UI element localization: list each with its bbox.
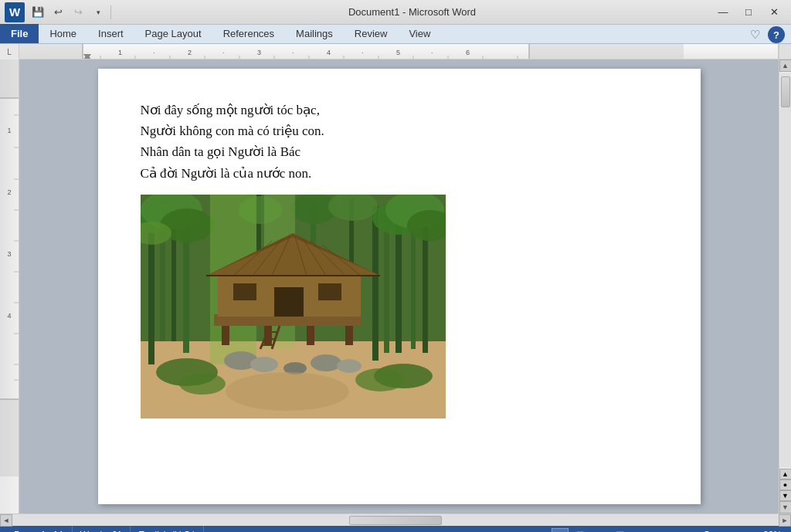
hscroll-thumb[interactable]	[349, 516, 442, 525]
tab-view[interactable]: View	[398, 24, 441, 43]
minimize-button[interactable]: —	[711, 3, 735, 22]
horizontal-scrollbar: ◄ ►	[0, 513, 791, 526]
web-layout-view-button[interactable]: ⊞	[592, 528, 609, 532]
svg-rect-2	[529, 44, 684, 59]
svg-rect-60	[372, 206, 379, 361]
svg-point-99	[337, 359, 362, 373]
svg-rect-82	[274, 287, 304, 317]
svg-text:·: ·	[431, 49, 433, 56]
svg-rect-83	[233, 283, 256, 300]
full-reading-view-button[interactable]: 📖	[572, 528, 589, 532]
svg-text:4: 4	[7, 312, 11, 320]
svg-text:2: 2	[7, 188, 11, 196]
scroll-thumb[interactable]	[781, 76, 790, 107]
scroll-small-arrows: ▲ ● ▼	[779, 469, 792, 501]
zoom-out-button[interactable]: −	[661, 529, 672, 532]
tab-home[interactable]: Home	[39, 24, 87, 43]
svg-text:1: 1	[118, 49, 122, 56]
scroll-down-button[interactable]: ▼	[779, 501, 792, 513]
svg-text:·: ·	[153, 49, 155, 56]
print-layout-view-button[interactable]: ⊟	[552, 528, 569, 532]
window-title: Document1 - Microsoft Word	[114, 6, 711, 18]
tab-insert[interactable]: Insert	[87, 24, 134, 43]
ribbon-right-controls: ♡ ?	[746, 26, 791, 43]
qat-dropdown-icon[interactable]: ▾	[88, 4, 108, 21]
vertical-scrollbar: ▲ ▲ ● ▼ ▼	[779, 59, 791, 513]
svg-point-108	[179, 373, 226, 395]
language-info: English (U.S.)	[131, 526, 204, 532]
svg-text:·: ·	[222, 49, 225, 56]
heart-icon[interactable]: ♡	[746, 26, 763, 43]
draft-view-button[interactable]: ≡	[632, 528, 649, 532]
document-page: Nơi đây sống một người tóc bạc, Người kh…	[98, 69, 701, 504]
ruler-row: L 1 · 2 · 3 · 4 · 5	[0, 44, 791, 59]
svg-rect-33	[0, 399, 19, 476]
tab-references[interactable]: References	[212, 24, 285, 43]
svg-point-109	[355, 368, 405, 391]
svg-text:4: 4	[327, 49, 331, 56]
svg-text:1: 1	[7, 127, 11, 134]
svg-text:6: 6	[466, 49, 470, 56]
scroll-track[interactable]	[780, 73, 791, 467]
main-area: 1 2 3 4 Nơi đây sống một người tóc bạc, …	[0, 59, 791, 513]
svg-point-96	[250, 357, 278, 372]
quick-access-save[interactable]: 💾	[28, 4, 48, 21]
svg-rect-84	[318, 283, 341, 300]
poem-line-4: Cả đời Người là của nước non.	[141, 163, 658, 184]
ruler-corner[interactable]: L	[0, 44, 19, 59]
word-count: Words: 61	[73, 526, 131, 532]
svg-text:3: 3	[257, 49, 261, 56]
help-button[interactable]: ?	[768, 26, 785, 43]
page-info: Page: 1 of 1	[6, 526, 73, 532]
poem-text: Nơi đây sống một người tóc bạc, Người kh…	[141, 100, 658, 184]
svg-text:5: 5	[396, 49, 400, 56]
svg-text:·: ·	[362, 49, 364, 56]
status-bar: Page: 1 of 1 Words: 61 English (U.S.) ⊟ …	[0, 526, 791, 532]
tab-mailings[interactable]: Mailings	[285, 24, 344, 43]
quick-access-redo[interactable]: ↪	[68, 4, 88, 21]
quick-access-undo[interactable]: ↩	[48, 4, 68, 21]
scroll-up-button[interactable]: ▲	[779, 59, 792, 72]
qat-separator	[110, 5, 111, 19]
tab-page-layout[interactable]: Page Layout	[134, 24, 212, 43]
word-logo-icon: W	[5, 2, 25, 22]
svg-rect-1	[19, 44, 83, 59]
title-bar: W 💾 ↩ ↪ ▾ Document1 - Microsoft Word — □…	[0, 0, 791, 25]
outline-view-button[interactable]: ☰	[612, 528, 629, 532]
svg-point-100	[226, 372, 349, 411]
document-image	[141, 195, 446, 418]
svg-text:·: ·	[292, 49, 294, 56]
scroll-page-down-button[interactable]: ▼	[779, 490, 792, 501]
zoom-in-button[interactable]: +	[746, 529, 757, 532]
svg-text:3: 3	[7, 250, 11, 258]
ruler-scrollbar-corner	[779, 44, 791, 59]
scroll-page-up-button[interactable]: ▲	[779, 469, 792, 479]
svg-point-98	[311, 354, 341, 371]
tab-file[interactable]: File	[0, 24, 39, 43]
tab-review[interactable]: Review	[344, 24, 399, 43]
scroll-center-button[interactable]: ●	[779, 479, 792, 490]
window-controls: — □ ✕	[711, 3, 786, 22]
vertical-ruler: 1 2 3 4	[0, 59, 19, 513]
poem-line-3: Nhân dân ta gọi Người là Bác	[141, 141, 658, 162]
hscroll-left-button[interactable]: ◄	[0, 514, 12, 527]
close-button[interactable]: ✕	[762, 3, 786, 22]
view-controls: ⊟ 📖 ⊞ ☰ ≡ − + 80%	[552, 528, 785, 532]
maximize-button[interactable]: □	[736, 3, 761, 22]
horizontal-ruler: 1 · 2 · 3 · 4 · 5 · 6	[19, 44, 779, 59]
poem-line-2: Người không con mà có triệu con.	[141, 120, 658, 141]
document-viewport[interactable]: Nơi đây sống một người tóc bạc, Người kh…	[19, 59, 779, 513]
hscroll-track[interactable]	[12, 514, 779, 526]
svg-rect-32	[0, 59, 19, 98]
hscroll-right-button[interactable]: ►	[779, 514, 791, 527]
ribbon-tabs: File Home Insert Page Layout References …	[0, 25, 791, 44]
svg-text:2: 2	[188, 49, 192, 56]
svg-rect-61	[384, 214, 389, 353]
poem-line-1: Nơi đây sống một người tóc bạc,	[141, 100, 658, 120]
svg-rect-63	[411, 218, 416, 349]
